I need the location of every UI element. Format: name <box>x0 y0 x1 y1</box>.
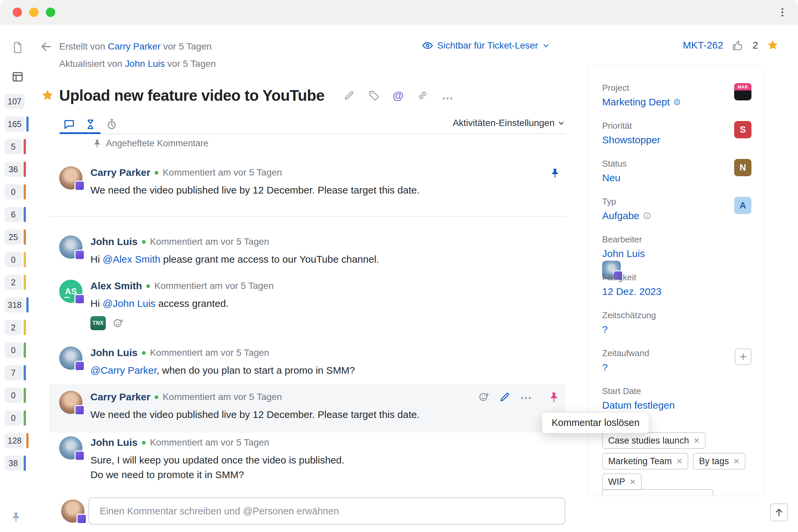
more-actions-icon[interactable]: … <box>441 92 454 99</box>
created-suffix: vor 5 Tagen <box>163 41 212 52</box>
comment-meta: Kommentiert am vor 5 Tagen <box>150 235 269 248</box>
comment: John Luis Kommentiert am vor 5 Tagen Hi … <box>59 235 565 267</box>
add-reaction-icon[interactable] <box>112 318 124 329</box>
sidebar-count-item[interactable]: 6 <box>5 207 28 222</box>
comment-author[interactable]: John Luis <box>91 346 138 359</box>
sidebar-pin-icon[interactable] <box>10 511 22 524</box>
sidebar-count-item[interactable]: 107 <box>5 94 28 109</box>
thumbs-up-icon[interactable] <box>732 39 744 51</box>
mention-icon[interactable]: @ <box>393 90 404 101</box>
sidebar-count-item[interactable]: 25 <box>5 229 28 245</box>
edit-comment-icon[interactable] <box>499 391 511 403</box>
comment-author[interactable]: Carry Parker <box>91 166 150 179</box>
mention-link[interactable]: @John Luis <box>103 298 156 309</box>
sidebar-count-item[interactable]: 2 <box>5 274 28 290</box>
updated-user-link[interactable]: John Luis <box>125 58 165 69</box>
traffic-lights <box>13 8 55 17</box>
pinned-section-divider <box>50 216 565 217</box>
edit-title-icon[interactable] <box>343 90 355 101</box>
sidebar-count-item[interactable]: 0 <box>5 184 28 200</box>
status-badge: N <box>734 159 752 176</box>
maximize-window-button[interactable] <box>46 8 55 17</box>
comment-author[interactable]: John Luis <box>91 436 138 449</box>
add-work-item-button[interactable]: + <box>735 348 752 365</box>
board-icon[interactable] <box>11 71 24 83</box>
field-type: Typ Aufgabe A <box>602 196 752 234</box>
add-reaction-icon[interactable] <box>478 391 490 403</box>
ticket-id-link[interactable]: MKT-262 <box>683 40 723 51</box>
field-value-link[interactable]: Aufgabe <box>602 209 752 222</box>
count-color-strip <box>24 320 26 335</box>
comment: AS Alex Smith Kommentiert am vor 5 Tagen… <box>59 280 565 330</box>
sidebar-count-item[interactable]: 0 <box>5 388 28 403</box>
field-value-link[interactable]: Showstopper <box>602 134 752 146</box>
tag-remove-icon[interactable]: × <box>694 436 700 445</box>
mention-link[interactable]: @Carry Parker <box>91 365 157 376</box>
field-value-link[interactable]: Datum festlegen <box>602 399 752 412</box>
comment-input[interactable] <box>89 497 565 525</box>
window-menu-icon[interactable] <box>777 7 788 18</box>
field-label: Fälligkeit <box>602 272 752 283</box>
sidebar-count-item[interactable]: 128 <box>5 433 28 448</box>
tag-chip[interactable]: By tags× <box>693 453 745 470</box>
minimize-window-button[interactable] <box>29 8 39 17</box>
sidebar-count-item[interactable]: 165 <box>5 116 28 132</box>
document-icon[interactable] <box>11 41 24 54</box>
field-value-link[interactable]: Marketing Dept <box>602 96 752 108</box>
avatar: AS <box>59 280 82 303</box>
sidebar-count-item[interactable]: 318 <box>5 297 28 312</box>
comment-text-part: Hi <box>91 298 103 309</box>
count-color-strip <box>24 342 26 358</box>
count-color-strip <box>24 252 26 267</box>
sidebar-count-item[interactable]: 36 <box>5 162 28 177</box>
visibility-selector[interactable]: Sichtbar für Ticket-Leser <box>422 40 550 51</box>
comment-author[interactable]: Alex Smith <box>91 280 142 292</box>
tag-icon[interactable] <box>368 90 379 101</box>
sidebar-count-item[interactable]: 38 <box>5 456 28 471</box>
link-icon[interactable] <box>417 90 428 101</box>
tag-remove-icon[interactable]: × <box>734 457 740 466</box>
field-value-link[interactable]: 12 Dez. 2023 <box>602 285 752 298</box>
field-value-link[interactable]: ? <box>602 323 752 336</box>
sidebar-count-item[interactable]: 0 <box>5 252 28 267</box>
ticket-meta: MKT-262 2 <box>683 39 779 51</box>
created-user-link[interactable]: Carry Parker <box>108 41 160 52</box>
field-value-link[interactable]: John Luis <box>602 247 752 260</box>
unpin-comment-icon[interactable] <box>548 391 560 403</box>
favorite-star-icon[interactable] <box>41 89 54 102</box>
field-value-link[interactable]: Neu <box>602 172 752 184</box>
activity-tabs: Aktivitäten-Einstellungen <box>59 115 565 134</box>
tab-time-tracking[interactable] <box>104 117 119 132</box>
online-dot <box>142 351 146 355</box>
comment-author[interactable]: Carry Parker <box>91 391 150 403</box>
sidebar-count-item[interactable]: 7 <box>5 365 28 380</box>
tab-history[interactable] <box>83 117 98 132</box>
comment-author[interactable]: John Luis <box>91 235 138 248</box>
back-button[interactable] <box>40 40 53 53</box>
tag-remove-icon[interactable]: × <box>677 457 683 466</box>
vote-star-icon[interactable] <box>767 39 779 51</box>
sidebar-count-item[interactable]: 5 <box>5 139 28 154</box>
visibility-label: Sichtbar für Ticket-Leser <box>437 40 538 51</box>
tag-remove-icon[interactable]: × <box>630 477 636 486</box>
sidebar-count-item[interactable]: 2 <box>5 320 28 335</box>
reaction-badge[interactable]: TNX <box>91 316 106 330</box>
mention-link[interactable]: @Alex Smith <box>103 254 160 265</box>
sidebar-count-item[interactable]: 0 <box>5 342 28 358</box>
field-value-link[interactable]: ? <box>602 361 752 374</box>
tag-chip[interactable]: Marketing Team× <box>602 453 688 470</box>
comment-text-part: , when do you plan to start a promo in S… <box>157 365 355 376</box>
close-window-button[interactable] <box>13 8 22 17</box>
comment-more-icon[interactable]: … <box>520 388 532 400</box>
tag-chip[interactable]: WIP× <box>602 474 642 490</box>
comment-meta: Kommentiert am vor 5 Tagen <box>163 391 282 403</box>
scroll-to-top-button[interactable] <box>770 504 788 521</box>
unpin-comment-icon[interactable] <box>549 168 560 179</box>
tab-comments[interactable] <box>62 117 76 132</box>
sidebar-count-item[interactable]: 0 <box>5 410 28 425</box>
comment: John Luis Kommentiert am vor 5 Tagen @Ca… <box>59 346 565 378</box>
tag-chip[interactable]: Case studies launch× <box>602 432 706 449</box>
count-color-strip <box>24 365 26 380</box>
count-color-strip <box>24 274 26 290</box>
activity-settings-dropdown[interactable]: Aktivitäten-Einstellungen <box>453 118 565 128</box>
